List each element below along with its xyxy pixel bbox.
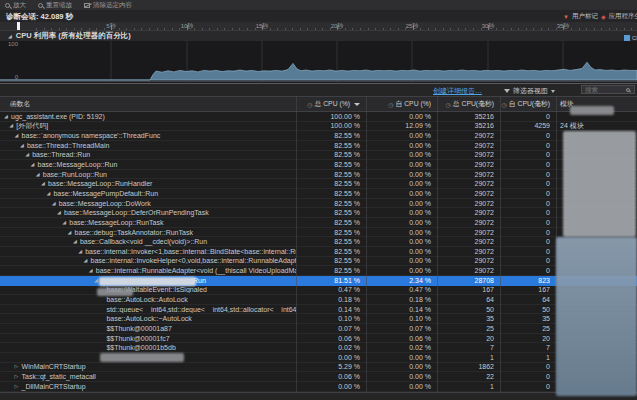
expanded-expander-icon[interactable]: ◢ — [84, 256, 91, 265]
toolbar-item-zoom-reset[interactable]: 重置缩放 — [38, 1, 72, 10]
self-cpu-ms-cell: 0 — [500, 257, 556, 264]
table-row[interactable]: ◢base::internal::RunnableAdapter<void (_… — [0, 266, 637, 276]
filter-view-dropdown[interactable]: 筛选器视图 — [504, 86, 555, 96]
redaction-blur — [556, 237, 637, 396]
expanded-expander-icon[interactable]: ◢ — [57, 208, 64, 217]
table-row[interactable]: ◢base::RunLoop::Run82.55 %0.00 %290720 — [0, 170, 637, 180]
expanded-expander-icon[interactable]: ◢ — [78, 247, 85, 256]
table-row[interactable]: ◢base::MessageLoop::RunHandler82.55 %0.0… — [0, 179, 637, 189]
table-row[interactable]: ◢base::MessageLoop::RunTask82.55 %0.00 %… — [0, 218, 637, 228]
table-header-row: 函数名◷总 CPU (%)◷自 CPU (%)◷总 CPU(毫秒)◷自 CPU(… — [0, 96, 637, 112]
self-cpu-pct-cell: 0.00 % — [366, 219, 437, 226]
search-input[interactable] — [582, 86, 626, 93]
column-header-metric-1[interactable]: ◷总 CPU (%) — [296, 99, 366, 109]
function-name-cell: ◢base::Callback<void __cdecl(void)>::Run — [0, 237, 296, 246]
expanded-expander-icon[interactable]: ◢ — [4, 112, 11, 121]
table-row[interactable]: ◢base::MessageLoop::Run82.55 %0.00 %2907… — [0, 160, 637, 170]
total-cpu-pct-cell: 0.14 % — [296, 306, 366, 313]
chevron-down-icon — [551, 90, 555, 93]
table-row[interactable]: base::WaitableEvent::IsSignaled0.47 %0.4… — [0, 286, 637, 296]
table-row[interactable]: base::AutoLock::~AutoLock0.10 %0.10 %353… — [0, 314, 637, 324]
table-row[interactable]: ◢base::MessageLoop::DeferOrRunPendingTas… — [0, 208, 637, 218]
function-name-cell: ◢base::MessagePumpDefault::Run — [0, 189, 296, 198]
self-cpu-ms-cell: 35 — [500, 315, 556, 322]
table-row[interactable]: ◢base::internal::Invoker<1,base::interna… — [0, 247, 637, 257]
function-name-cell: ◢base::MessageLoop::RunTask — [0, 218, 296, 227]
clock-icon: ◷ — [502, 101, 507, 108]
table-row[interactable]: ◢base::debug::TaskAnnotator::RunTask82.5… — [0, 228, 637, 238]
column-header-metric-3[interactable]: ◷总 CPU(毫秒) — [437, 99, 500, 109]
table-row[interactable]: ◢base::internal::InvokeHelper<0,void,bas… — [0, 257, 637, 267]
table-row[interactable]: $$Thunk@00001a870.07 %0.07 %2525 — [0, 324, 637, 334]
function-name: [外部代码] — [16, 121, 48, 131]
redaction-blur — [570, 106, 614, 115]
timeline-start-caret[interactable] — [17, 22, 20, 30]
self-cpu-pct-cell: 0.00 % — [366, 161, 437, 168]
table-row[interactable]: ◢base::Callback<void __cdecl(void)>::Run… — [0, 237, 637, 247]
table-row[interactable]: ▷Task::qt_static_metacall0.06 %0.00 %220 — [0, 372, 637, 382]
total-cpu-ms-cell: 29072 — [437, 219, 500, 226]
self-cpu-pct-cell: 0.18 % — [366, 296, 437, 303]
collapse-expander-icon[interactable]: ▷ — [15, 372, 22, 381]
self-cpu-ms-cell: 0 — [500, 238, 556, 245]
table-row[interactable]: ◢base::Thread::ThreadMain82.55 %0.00 %29… — [0, 141, 637, 151]
table-row[interactable]: base::AutoLock::AutoLock0.18 %0.18 %6464 — [0, 295, 637, 305]
table-row[interactable]: ◢::Run81.51 %2.34 %28708823 — [0, 276, 637, 286]
expanded-expander-icon[interactable]: ◢ — [25, 150, 32, 159]
expanded-expander-icon[interactable]: ◢ — [36, 170, 43, 179]
total-cpu-pct-cell: 0.10 % — [296, 315, 366, 322]
total-cpu-pct-cell: 82.55 % — [296, 248, 366, 255]
column-header-name[interactable]: 函数名 — [0, 99, 296, 109]
filter-view-label: 筛选器视图 — [513, 86, 548, 96]
table-row[interactable]: std::queue<__int64,std::deque<__int64,st… — [0, 305, 637, 315]
self-cpu-ms-cell: 0 — [500, 248, 556, 255]
expanded-expander-icon[interactable]: ◢ — [31, 160, 38, 169]
total-cpu-ms-cell: 29072 — [437, 229, 500, 236]
table-row[interactable]: ◢base::Thread::Run82.55 %0.00 %290720 — [0, 151, 637, 161]
total-cpu-pct-cell: 82.55 % — [296, 229, 366, 236]
table-row[interactable]: $$Thunk@00001b5db0.02 %0.02 %77 — [0, 343, 637, 353]
expanded-expander-icon[interactable]: ◢ — [15, 131, 22, 140]
column-header-metric-4[interactable]: ◷自 CPU(毫秒) — [500, 99, 556, 109]
expanded-expander-icon[interactable]: ◢ — [73, 237, 80, 246]
function-name: base::Callback<void __cdecl(void)>::Run — [80, 238, 207, 245]
column-header-metric-2[interactable]: ◷自 CPU (%) — [366, 99, 437, 109]
expanded-expander-icon[interactable]: ◢ — [68, 228, 75, 237]
self-cpu-ms-cell: 64 — [500, 296, 556, 303]
table-row[interactable]: ▷_DllMainCRTStartup0.00 %0.00 %10 — [0, 382, 637, 392]
search-box[interactable] — [581, 85, 635, 94]
collapse-expander-icon[interactable]: ▷ — [15, 362, 22, 371]
expanded-expander-icon[interactable]: ◢ — [52, 199, 59, 208]
table-row[interactable]: ◢base::`anonymous namespace'::ThreadFunc… — [0, 131, 637, 141]
total-cpu-ms-cell: 29072 — [437, 132, 500, 139]
zoom-reset-icon — [38, 3, 43, 8]
toolbar-item-zoom-in[interactable]: 放大 — [5, 1, 26, 10]
cpu-section-header[interactable]: ◢ CPU 利用率 (所有处理器的百分比) CPU — [0, 30, 637, 41]
expanded-expander-icon[interactable]: ◢ — [62, 218, 69, 227]
section-expander-icon[interactable]: ◢ — [0, 33, 16, 39]
function-name-cell: ▷_DllMainCRTStartup — [0, 382, 296, 391]
function-name-cell: ◢base::Thread::Run — [0, 150, 296, 159]
table-row[interactable]: ◢base::MessagePumpDefault::Run82.55 %0.0… — [0, 189, 637, 199]
cpu-utilization-graph[interactable]: 100 0 — [0, 41, 637, 82]
function-name-cell: ◢base::MessageLoop::RunHandler — [0, 179, 296, 188]
table-row[interactable]: $$Thunk@00001fc70.06 %0.06 %2020 — [0, 334, 637, 344]
expanded-expander-icon[interactable]: ◢ — [46, 189, 53, 198]
table-row[interactable]: ▷WinMainCRTStartup5.29 %0.00 %18620 — [0, 363, 637, 373]
expanded-expander-icon[interactable]: ◢ — [89, 266, 96, 275]
table-row[interactable]: 0.00 %0.00 %11 — [0, 353, 637, 363]
total-cpu-ms-cell: 35216 — [437, 113, 500, 120]
table-row[interactable]: ◢base::MessageLoop::DoWork82.55 %0.00 %2… — [0, 199, 637, 209]
expanded-expander-icon[interactable]: ◢ — [41, 179, 48, 188]
function-name-cell: ◢base::RunLoop::Run — [0, 170, 296, 179]
collapse-expander-icon[interactable]: ▷ — [15, 382, 22, 391]
toolbar-item-clear-selection[interactable]: 清除选定内容 — [84, 1, 132, 10]
expanded-expander-icon[interactable]: ◢ — [20, 141, 27, 150]
expanded-expander-icon[interactable]: ◢ — [9, 121, 16, 130]
timeline-ruler[interactable]: 5秒10秒15秒20秒25秒30秒35秒 — [0, 22, 637, 30]
create-detailed-report-link[interactable]: 创建详细报告… — [433, 86, 482, 96]
filter-icon — [504, 89, 510, 93]
total-cpu-pct-cell: 0.00 % — [296, 354, 366, 361]
table-row[interactable]: ◢[外部代码]100.00 %12.09 %35216425924 模块 — [0, 122, 637, 132]
function-name: base::AutoLock::~AutoLock — [106, 315, 191, 322]
